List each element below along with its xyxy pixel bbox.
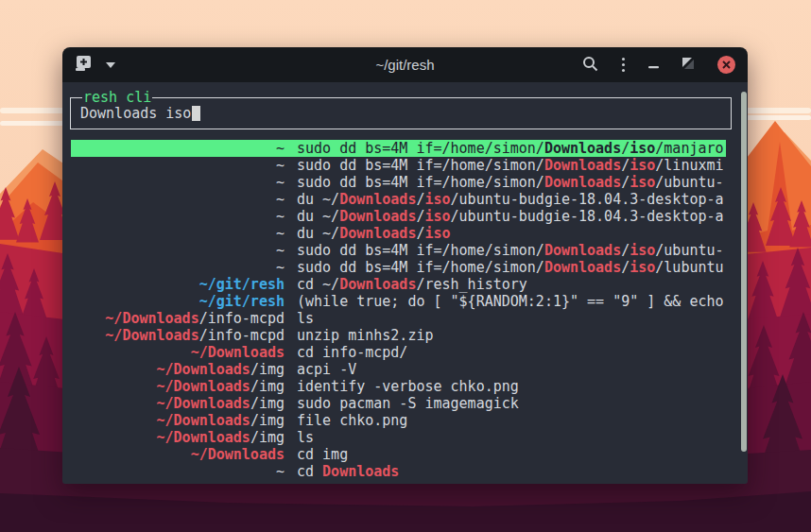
restore-icon (682, 58, 694, 72)
history-row[interactable]: ~/git/resh(while true; do [ "${RANDOM:2:… (71, 293, 726, 310)
scrollbar-thumb[interactable] (741, 92, 747, 452)
kebab-menu-icon (622, 58, 625, 72)
row-command: du ~/Downloads/iso (297, 225, 726, 242)
history-row[interactable]: ~/Downloads/imgacpi -V (71, 361, 726, 378)
search-button[interactable] (582, 56, 598, 75)
row-path: ~ (71, 174, 285, 191)
row-path: ~ (71, 259, 285, 276)
row-command: identify -verbose chko.png (297, 378, 726, 395)
history-row[interactable]: ~/Downloadscd img (71, 446, 726, 463)
row-command: ls (297, 310, 726, 327)
row-command: sudo dd bs=4M if=/home/simon/Downloads/i… (297, 140, 726, 157)
history-row[interactable]: ~/Downloads/imgfile chko.png (71, 412, 726, 429)
row-path: ~/Downloads/img (71, 395, 285, 412)
history-row[interactable]: ~/Downloads/imgsudo pacman -S imagemagic… (71, 395, 726, 412)
history-row[interactable]: ~/Downloadscd info-mcpd/ (71, 344, 726, 361)
search-input[interactable]: Downloads iso (80, 105, 200, 122)
history-row[interactable]: ~sudo dd bs=4M if=/home/simon/Downloads/… (71, 174, 726, 191)
history-row[interactable]: ~sudo dd bs=4M if=/home/simon/Downloads/… (71, 157, 726, 174)
history-row[interactable]: ~/Downloads/info-mcpdls (71, 310, 726, 327)
search-icon (582, 56, 598, 75)
row-path: ~ (71, 140, 285, 157)
history-row[interactable]: ~sudo dd bs=4M if=/home/simon/Downloads/… (71, 259, 726, 276)
row-command: sudo pacman -S imagemagick (297, 395, 726, 412)
history-row[interactable]: ~/Downloads/imgidentify -verbose chko.pn… (71, 378, 726, 395)
resh-search-box[interactable]: resh cli Downloads iso (70, 97, 732, 129)
row-path: ~ (71, 208, 285, 225)
row-path: ~/Downloads (71, 344, 285, 361)
text-cursor (192, 106, 200, 121)
row-path: ~ (71, 463, 285, 480)
row-command: cd info-mcpd/ (297, 344, 726, 361)
history-list: ~sudo dd bs=4M if=/home/simon/Downloads/… (71, 140, 726, 480)
row-command: cd img (297, 446, 726, 463)
row-command: cd Downloads (297, 463, 726, 480)
menu-button[interactable] (622, 58, 625, 72)
row-command: sudo dd bs=4M if=/home/simon/Downloads/i… (297, 242, 726, 259)
row-path: ~/Downloads/info-mcpd (71, 310, 285, 327)
restore-button[interactable] (682, 58, 694, 72)
row-command: du ~/Downloads/iso/ubuntu-budgie-18.04.3… (297, 191, 726, 208)
row-path: ~ (71, 242, 285, 259)
row-command: du ~/Downloads/iso/ubuntu-budgie-18.04.3… (297, 208, 726, 225)
row-command: sudo dd bs=4M if=/home/simon/Downloads/i… (297, 259, 726, 276)
row-path: ~ (71, 225, 285, 242)
history-row[interactable]: ~du ~/Downloads/iso/ubuntu-budgie-18.04.… (71, 208, 726, 225)
row-path: ~/Downloads/img (71, 361, 285, 378)
row-command: file chko.png (297, 412, 726, 429)
search-box-label: resh cli (82, 89, 152, 106)
history-row[interactable]: ~/git/reshcd ~/Downloads/resh_history (71, 276, 726, 293)
minimize-icon (648, 58, 659, 72)
row-command: cd ~/Downloads/resh_history (297, 276, 726, 293)
row-command: acpi -V (297, 361, 726, 378)
history-row[interactable]: ~/Downloads/info-mcpdunzip minhs2.zip (71, 327, 726, 344)
row-command: ls (297, 429, 726, 446)
terminal-window: ~/git/resh (62, 47, 748, 484)
row-path: ~ (71, 157, 285, 174)
history-row[interactable]: ~cd Downloads (71, 463, 726, 480)
titlebar[interactable]: ~/git/resh (62, 47, 748, 82)
minimize-button[interactable] (648, 58, 659, 72)
row-path: ~ (71, 191, 285, 208)
row-path: ~/Downloads/img (71, 429, 285, 446)
row-command: sudo dd bs=4M if=/home/simon/Downloads/i… (297, 157, 726, 174)
close-x-icon (722, 58, 731, 72)
history-row[interactable]: ~du ~/Downloads/iso (71, 225, 726, 242)
row-command: (while true; do [ "${RANDOM:2:1}" == "9"… (297, 293, 726, 310)
row-command: unzip minhs2.zip (297, 327, 726, 344)
close-button[interactable] (717, 56, 735, 74)
history-row-selected[interactable]: ~sudo dd bs=4M if=/home/simon/Downloads/… (71, 140, 726, 157)
terminal-content: resh cli Downloads iso ~sudo dd bs=4M if… (62, 82, 748, 484)
row-command: sudo dd bs=4M if=/home/simon/Downloads/i… (297, 174, 726, 191)
history-row[interactable]: ~sudo dd bs=4M if=/home/simon/Downloads/… (71, 242, 726, 259)
row-path: ~/git/resh (71, 276, 285, 293)
row-path: ~/git/resh (71, 293, 285, 310)
desktop: ~/git/resh (0, 0, 811, 532)
history-row[interactable]: ~/Downloads/imgls (71, 429, 726, 446)
row-path: ~/Downloads/info-mcpd (71, 327, 285, 344)
row-path: ~/Downloads/img (71, 412, 285, 429)
history-row[interactable]: ~du ~/Downloads/iso/ubuntu-budgie-18.04.… (71, 191, 726, 208)
row-path: ~/Downloads/img (71, 378, 285, 395)
row-path: ~/Downloads (71, 446, 285, 463)
